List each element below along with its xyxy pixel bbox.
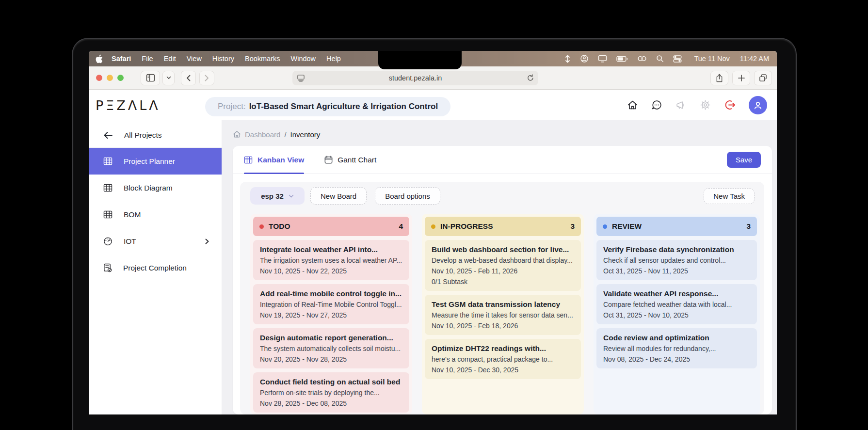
tab-overview-button[interactable] — [754, 71, 772, 85]
address-bar[interactable]: student.pezala.in — [292, 71, 538, 85]
column-todo: TODO 4 Integrate local weather API into.… — [250, 214, 412, 414]
sidebar-item-label: BOM — [124, 210, 141, 219]
task-description: Develop a web-based dashboard that displ… — [432, 256, 574, 265]
menu-item-safari[interactable]: Safari — [105, 55, 136, 63]
sidebar-item-project-completion[interactable]: Project Completion — [89, 255, 222, 281]
sidebar-item-iot[interactable]: IOT — [89, 228, 222, 255]
avatar[interactable] — [749, 96, 767, 114]
display-icon[interactable] — [598, 55, 607, 63]
new-tab-button[interactable] — [732, 71, 750, 85]
close-window-button[interactable] — [96, 75, 102, 81]
main-area: Dashboard / Inventory Kanban View Gantt … — [222, 120, 777, 414]
document-check-icon — [103, 263, 112, 272]
menu-item-window[interactable]: Window — [286, 55, 321, 63]
task-card[interactable]: Validate weather API response... Compare… — [596, 284, 757, 324]
task-title: Add real-time mobile control toggle in..… — [260, 289, 402, 298]
sidebar-item-block-diagram[interactable]: Block Diagram — [89, 175, 222, 201]
task-description: here's a compact, practical package to..… — [432, 355, 574, 364]
menu-item-edit[interactable]: Edit — [159, 55, 181, 63]
breadcrumb-home-icon[interactable] — [233, 130, 241, 138]
column-in-progress: IN-PROGRESS 3 Build web dashboard sectio… — [422, 214, 584, 414]
new-task-button[interactable]: New Task — [704, 188, 755, 204]
column-count: 4 — [399, 222, 403, 231]
task-card[interactable]: Conduct field testing on actual soil bed… — [253, 372, 409, 413]
view-tabbar: Kanban View Gantt Chart Save — [233, 146, 772, 174]
task-title: Integrate local weather API into... — [260, 245, 402, 254]
sidebar-toggle-button[interactable] — [141, 71, 160, 85]
address-text: student.pezala.in — [389, 74, 442, 82]
tab-kanban-view[interactable]: Kanban View — [244, 146, 304, 174]
task-card[interactable]: Design automatic report generation... Th… — [253, 328, 409, 368]
gauge-icon — [103, 237, 113, 246]
task-card[interactable]: Optimize DHT22 readings with... here's a… — [425, 339, 581, 379]
new-board-button[interactable]: New Board — [310, 187, 367, 205]
breadcrumb-separator: / — [284, 130, 286, 139]
sidebar-item-bom[interactable]: BOM — [89, 201, 222, 228]
sidebar-item-project-planner[interactable]: Project Planner — [89, 148, 222, 175]
sidebar-item-label: IOT — [124, 237, 136, 246]
status-dot — [259, 224, 264, 229]
task-title: Test GSM data transmission latency — [432, 300, 574, 309]
task-description: Review all modules for redundancy,... — [603, 345, 750, 353]
column-title: REVIEW — [612, 222, 642, 231]
task-dates: Nov 10, 2025 - Feb 18, 2026 — [432, 322, 574, 330]
safari-toolbar: student.pezala.in — [89, 66, 777, 90]
forward-button[interactable] — [199, 71, 214, 85]
save-button[interactable]: Save — [727, 152, 761, 168]
column-todo-header: TODO 4 — [253, 217, 409, 236]
task-dates: Nov 10, 2025 - Dec 30, 2025 — [432, 366, 574, 374]
task-card[interactable]: Test GSM data transmission latency Measu… — [425, 295, 581, 335]
task-card[interactable]: Build web dashboard section for live... … — [425, 240, 581, 291]
megaphone-icon[interactable] — [675, 100, 687, 111]
task-card[interactable]: Integrate local weather API into... The … — [253, 240, 409, 280]
menu-item-bookmarks[interactable]: Bookmarks — [240, 55, 286, 63]
reload-icon[interactable] — [527, 74, 534, 82]
table-grid-icon — [103, 210, 113, 219]
kanban-board: esp 32 New Board Board options New Task — [240, 182, 764, 414]
tab-gantt-label: Gantt Chart — [338, 156, 376, 164]
pezala-logo[interactable]: PΞZΛLΛ — [96, 98, 161, 113]
updown-arrows-icon[interactable] — [564, 55, 571, 63]
tab-gantt-chart[interactable]: Gantt Chart — [324, 146, 376, 174]
home-icon[interactable] — [627, 100, 638, 111]
screen: Safari File Edit View History Bookmarks … — [89, 51, 777, 414]
breadcrumb-inventory: Inventory — [290, 130, 321, 139]
chat-icon[interactable] — [651, 99, 662, 111]
task-description: Integration of Real-Time Mobile Control … — [260, 301, 402, 309]
battery-icon[interactable] — [616, 56, 628, 62]
task-card[interactable]: Verify Firebase data synchronization Che… — [596, 240, 757, 280]
project-name: IoT-Based Smart Agriculture & Irrigation… — [249, 102, 438, 111]
page-icon — [297, 74, 305, 82]
task-title: Code review and optimization — [603, 333, 750, 342]
task-card[interactable]: Add real-time mobile control toggle in..… — [253, 284, 409, 324]
board-options-button[interactable]: Board options — [375, 187, 440, 205]
task-dates: Nov 10, 2025 - Nov 22, 2025 — [260, 267, 402, 275]
minimize-window-button[interactable] — [107, 75, 113, 81]
logout-icon[interactable] — [724, 99, 736, 111]
laptop-bezel: Safari File Edit View History Bookmarks … — [72, 38, 797, 430]
hotspot-link-icon[interactable] — [637, 55, 647, 62]
control-center-icon[interactable] — [673, 55, 682, 63]
back-button[interactable] — [181, 71, 196, 85]
spotlight-search-icon[interactable] — [656, 55, 664, 63]
user-switch-icon[interactable] — [580, 54, 589, 63]
sidebar-item-label: Project Completion — [123, 264, 187, 272]
share-button[interactable] — [710, 71, 728, 85]
menu-item-file[interactable]: File — [136, 55, 158, 63]
zoom-window-button[interactable] — [117, 75, 124, 81]
settings-gear-icon[interactable] — [700, 99, 711, 111]
task-subtask-count: 0/1 Subtask — [432, 278, 574, 286]
task-dates: Nov 28, 2025 - Dec 08, 2025 — [260, 399, 402, 408]
kanban-columns: TODO 4 Integrate local weather API into.… — [250, 214, 755, 414]
menu-item-help[interactable]: Help — [321, 55, 346, 63]
task-card[interactable]: Code review and optimization Review all … — [596, 328, 757, 368]
sidebar-chevron-button[interactable] — [162, 71, 175, 85]
menu-bar-clock[interactable]: 11:42 AM — [740, 55, 769, 63]
sidebar-back-all-projects[interactable]: All Projects — [89, 126, 222, 148]
menu-item-view[interactable]: View — [181, 55, 207, 63]
menu-bar-date[interactable]: Tue 11 Nov — [694, 55, 729, 63]
menu-item-history[interactable]: History — [207, 55, 240, 63]
apple-menu-icon[interactable] — [95, 54, 103, 64]
breadcrumb-dashboard[interactable]: Dashboard — [245, 130, 280, 139]
board-select[interactable]: esp 32 — [250, 187, 305, 205]
